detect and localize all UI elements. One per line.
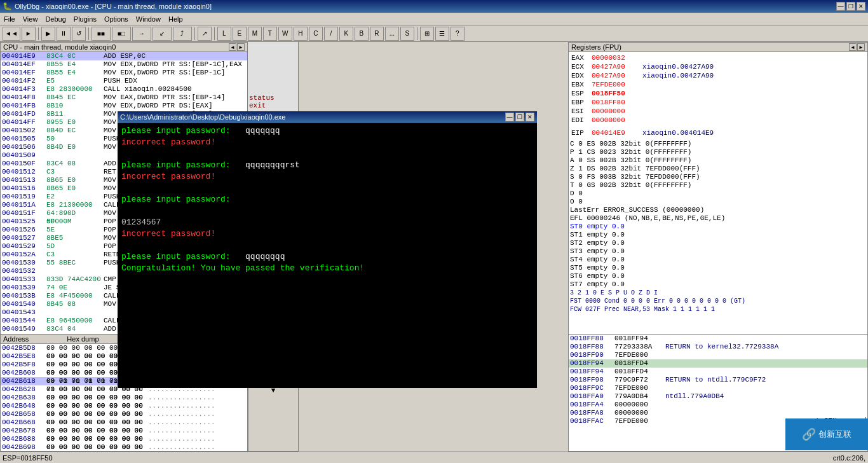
st-row: ST7 empty 0.0 xyxy=(570,280,866,289)
tb-slash[interactable]: / xyxy=(324,27,338,41)
tb-question[interactable]: ? xyxy=(451,27,465,41)
flag-row: S 0 FS 003B 32bit 7EFDD000(FFF) xyxy=(570,173,866,181)
console-line xyxy=(121,148,533,160)
console-line: please input password: qqqqqqq xyxy=(121,125,533,137)
tb-list[interactable]: ☰ xyxy=(435,27,449,41)
stack-row: 0018FF98779C9F72RETURN to ntdll.779C9F72 xyxy=(569,376,867,384)
console-line: 01234567 xyxy=(121,217,533,228)
register-row: EDX00427A90xiaoqin0.00427A90 xyxy=(570,71,866,80)
tb-T[interactable]: T xyxy=(263,27,277,41)
menu-debug[interactable]: Debug xyxy=(41,14,69,24)
registers-panel: Registers (FPU) ◄ ► EAX00000032ECX00427A… xyxy=(568,42,868,338)
menu-window[interactable]: Window xyxy=(132,14,165,24)
lasterr-row: LastErr ERROR_SUCCESS (00000000) xyxy=(570,206,866,214)
esp-status: ESP=0018FF50 xyxy=(3,454,53,462)
hex-row: 0042B65800 00 00 00 00 00 00 00 00 00 00… xyxy=(1,410,247,418)
st-row: ST4 empty 0.0 xyxy=(570,256,866,264)
tb-M[interactable]: M xyxy=(248,27,262,41)
stack-row: 0018FF880018FF94 xyxy=(569,335,867,343)
flag-row: C 0 ES 002B 32bit 0(FFFFFFFF) xyxy=(570,140,866,148)
efl-row: EFL 00000246 (NO,NB,E,BE,NS,PE,GE,LE) xyxy=(570,214,866,223)
tb-K[interactable]: K xyxy=(339,27,353,41)
console-line xyxy=(121,183,533,194)
tb-L[interactable]: L xyxy=(217,27,231,41)
st-row: ST0 empty 0.0 xyxy=(570,223,866,231)
flag-row: P 1 CS 0023 32bit 0(FFFFFFFF) xyxy=(570,148,866,156)
disasm-row[interactable]: 004014EF8B55 E4MOV EDX,DWORD PTR SS:[EBP… xyxy=(1,60,247,69)
console-line: incorrect password! xyxy=(121,171,533,183)
window-controls[interactable]: — ❐ ✕ xyxy=(836,2,865,11)
tb-pause[interactable]: ⏸ xyxy=(57,27,71,41)
hex-row: 0042B69800 00 00 00 00 00 00 00 00 00 00… xyxy=(1,443,247,452)
tb-trace[interactable]: ↗ xyxy=(198,27,212,41)
restore-button[interactable]: ❐ xyxy=(846,2,855,11)
tb-fwd[interactable]: ► xyxy=(22,27,36,41)
tb-E[interactable]: E xyxy=(233,27,247,41)
stack-row: 0018FFA0779A0DB4ntdll.779A0DB4 xyxy=(569,392,867,401)
stack-rows: 0018FF880018FF940018FF8877293338ARETURN … xyxy=(569,335,867,425)
status-tag: statusexit xyxy=(249,94,297,109)
disasm-nav-left[interactable]: ◄ xyxy=(229,43,236,51)
stack-row: 0018FF940018FFD4 xyxy=(569,368,867,376)
reg-nav-right[interactable]: ► xyxy=(857,43,865,51)
menu-view[interactable]: View xyxy=(19,14,42,24)
tb-run[interactable]: ▶ xyxy=(41,27,55,41)
stack-row: 0018FF9C7EFDE000 xyxy=(569,384,867,392)
console-dialog[interactable]: C:\Users\Administrator\Desktop\Debug\xia… xyxy=(118,111,537,388)
tb-step4[interactable]: ↙ xyxy=(153,27,172,41)
disasm-row[interactable]: 004014E983C4 0CADD ESP,0C xyxy=(1,52,247,60)
console-restore[interactable]: ❐ xyxy=(515,113,524,121)
tb-back[interactable]: ◄◄ xyxy=(3,27,20,41)
menu-options[interactable]: Options xyxy=(100,14,132,24)
console-line xyxy=(121,205,533,217)
register-row: EBP0018FF80 xyxy=(570,98,866,107)
toolbar-sep3 xyxy=(194,27,195,40)
console-titlebar: C:\Users\Administrator\Desktop\Debug\xia… xyxy=(118,111,537,123)
toolbar-sep4 xyxy=(214,27,215,40)
tb-R[interactable]: R xyxy=(370,27,384,41)
console-minimize[interactable]: — xyxy=(505,113,514,121)
tb-C[interactable]: C xyxy=(309,27,323,41)
stack-row: 0018FF907EFDE000 xyxy=(569,351,867,359)
disasm-row[interactable]: 004014FB8B10MOV EDX,DWORD PTR DS:[EAX] xyxy=(1,102,247,110)
disasm-row[interactable]: 004014EF8B55 E4MOV EDX,DWORD PTR SS:[EBP… xyxy=(1,69,247,77)
tb-restart[interactable]: ↺ xyxy=(72,27,86,41)
console-close[interactable]: ✕ xyxy=(526,113,534,121)
menu-plugins[interactable]: Plugins xyxy=(70,14,100,24)
tb-H[interactable]: H xyxy=(294,27,308,41)
register-row: EDI00000000 xyxy=(570,116,866,125)
tb-B[interactable]: B xyxy=(355,27,369,41)
register-row: ESI00000000 xyxy=(570,107,866,116)
menu-help[interactable]: Help xyxy=(165,14,187,24)
hex-row: 0042B68800 00 00 00 00 00 00 00 00 00 00… xyxy=(1,435,247,443)
disasm-row[interactable]: 004014F3E8 28300000CALL xiaoqin.00284500 xyxy=(1,85,247,93)
disasm-row[interactable]: 004014F88B45 ECMOV EAX,DWORD PTR SS:[EBP… xyxy=(1,93,247,102)
flag-row: D 0 xyxy=(570,190,866,198)
tb-step5[interactable]: ⤴ xyxy=(173,27,192,41)
st-row: ST2 empty 0.0 xyxy=(570,239,866,247)
statusbar: ESP=0018FF50 crt0.c:206, xyxy=(0,452,868,463)
register-row: EAX00000032 xyxy=(570,53,866,62)
disasm-nav-right[interactable]: ► xyxy=(237,43,245,51)
minimize-button[interactable]: — xyxy=(836,2,845,11)
tb-step1[interactable]: ■■ xyxy=(92,27,111,41)
console-title: C:\Users\Administrator\Desktop\Debug\xia… xyxy=(120,113,285,121)
registers-panel-title: Registers (FPU) ◄ ► xyxy=(569,43,867,52)
tb-step2[interactable]: ■□ xyxy=(112,27,131,41)
tb-W[interactable]: W xyxy=(278,27,292,41)
tb-step3[interactable]: → xyxy=(132,27,151,41)
menu-file[interactable]: File xyxy=(0,14,19,24)
close-button[interactable]: ✕ xyxy=(857,2,865,11)
tb-grid[interactable]: ⊞ xyxy=(420,27,434,41)
flag-row: T 0 GS 002B 32bit 0(FFFFFFFF) xyxy=(570,181,866,190)
st-row: ST1 empty 0.0 xyxy=(570,231,866,239)
tb-dotdot[interactable]: ... xyxy=(385,27,399,41)
hex-row: 0042B63800 00 00 00 00 00 00 00 00 00 00… xyxy=(1,394,247,402)
disasm-row[interactable]: 004014F2E5PUSH EDX xyxy=(1,77,247,85)
watermark: 🔗 创新互联 xyxy=(785,418,868,450)
tb-S[interactable]: S xyxy=(400,27,414,41)
titlebar: 🐛 OllyDbg - xiaoqin00.exe - [CPU - main … xyxy=(0,0,868,13)
hex-row: 0042B66800 00 00 00 00 00 00 00 00 00 00… xyxy=(1,418,247,427)
fst-row: 3 2 1 0 E S P U O Z D I xyxy=(570,289,866,297)
reg-nav-left[interactable]: ◄ xyxy=(849,43,857,51)
